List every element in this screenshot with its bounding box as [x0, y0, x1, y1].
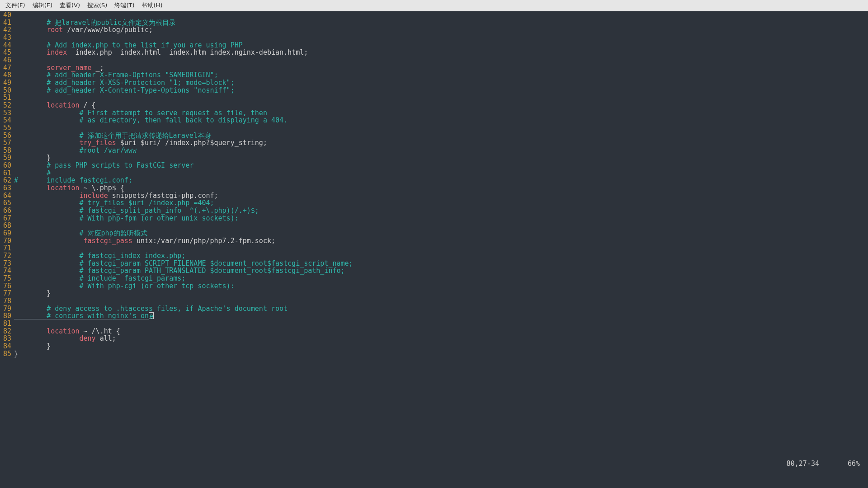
menu-item-4[interactable]: 终端(T)	[111, 0, 138, 11]
line-number: 85	[0, 350, 13, 358]
code-line[interactable]	[14, 94, 868, 102]
line-number: 76	[0, 282, 13, 290]
code-line[interactable]: # include fastcgi.conf;	[14, 177, 868, 184]
code-line[interactable]: # as directory, then fall back to displa…	[14, 117, 868, 124]
code-line[interactable]: deny all;	[14, 335, 868, 343]
line-number: 72	[0, 252, 13, 260]
line-number: 63	[0, 184, 13, 192]
comment-text: # deny access to .htaccess files, if Apa…	[47, 305, 288, 313]
editor-viewport[interactable]: 4041424344454647484950515253545556575859…	[0, 11, 868, 488]
code-line[interactable]	[14, 56, 868, 64]
line-number: 55	[0, 124, 13, 132]
code-line[interactable]: # deny access to .htaccess files, if Apa…	[14, 305, 868, 313]
keyword-text: location	[47, 184, 79, 192]
line-number: 62	[0, 177, 13, 184]
code-line[interactable]: # 添加这个用于把请求传递给Laravel本身	[14, 132, 868, 140]
code-text	[14, 199, 80, 207]
cursor-position: 80,27-34	[787, 460, 819, 468]
code-line[interactable]: location / {	[14, 102, 868, 109]
code-line[interactable]: # 把laravel的public文件定义为根目录	[14, 19, 868, 27]
code-line[interactable]	[14, 11, 868, 19]
code-line[interactable]: # concurs with nginx's one	[14, 312, 868, 320]
line-number: 73	[0, 260, 13, 267]
code-line[interactable]: root /var/www/blog/public;	[14, 26, 868, 34]
code-text	[14, 79, 47, 87]
code-line[interactable]: server_name _;	[14, 64, 868, 72]
menu-item-2[interactable]: 查看(V)	[56, 0, 84, 11]
code-line[interactable]	[14, 320, 868, 328]
code-text	[14, 101, 47, 109]
code-line[interactable]: }	[14, 290, 868, 297]
code-text	[14, 131, 80, 140]
comment-text: # fastcgi_split_path_info ^(.+\.php)(/.+…	[80, 206, 259, 215]
line-number: 40	[0, 11, 13, 19]
code-line[interactable]: }	[14, 343, 868, 350]
code-line[interactable]: }	[14, 350, 868, 358]
code-text	[14, 71, 47, 79]
code-line[interactable]	[14, 34, 868, 42]
code-line[interactable]: # fastcgi_param SCRIPT_FILENAME $documen…	[14, 260, 868, 267]
menu-item-0[interactable]: 文件(F)	[2, 0, 29, 11]
code-line[interactable]: # add_header X-Content-Type-Options "nos…	[14, 87, 868, 94]
code-text	[14, 229, 80, 237]
code-line[interactable]: # 对应php的监听模式	[14, 230, 868, 237]
code-line[interactable]: include snippets/fastcgi-php.conf;	[14, 192, 868, 200]
code-text: ~ /\.ht {	[80, 327, 120, 335]
code-line[interactable]	[14, 222, 868, 230]
menu-item-1[interactable]: 编辑(E)	[29, 0, 56, 11]
code-text	[14, 139, 80, 147]
comment-text: # add_header X-Content-Type-Options "nos…	[47, 86, 234, 94]
code-line[interactable]: }	[14, 154, 868, 162]
code-line[interactable]: # try_files $uri /index.php =404;	[14, 199, 868, 207]
code-text	[14, 161, 47, 169]
line-number: 53	[0, 109, 13, 117]
line-number: 80	[0, 312, 13, 320]
code-line[interactable]: # add_header X-XSS-Protection "1; mode=b…	[14, 79, 868, 87]
code-line[interactable]: # fastcgi_index index.php;	[14, 252, 868, 260]
code-line[interactable]	[14, 297, 868, 305]
code-line[interactable]: #	[14, 169, 868, 177]
code-line[interactable]: location ~ \.php$ {	[14, 184, 868, 192]
keyword-text: root	[47, 26, 63, 34]
code-text	[14, 169, 47, 177]
code-line[interactable]: # With php-cgi (or other tcp sockets):	[14, 282, 868, 290]
code-line[interactable]: # add_header X-Frame-Options "SAMEORIGIN…	[14, 71, 868, 79]
line-number: 45	[0, 49, 13, 56]
code-line[interactable]: # pass PHP scripts to FastCGI server	[14, 162, 868, 169]
comment-text: # add_header X-XSS-Protection "1; mode=b…	[47, 79, 234, 87]
code-text	[14, 64, 47, 72]
code-line[interactable]: fastcgi_pass unix:/var/run/php/php7.2-fp…	[14, 237, 868, 245]
code-text	[14, 48, 47, 56]
code-line[interactable]: # fastcgi_split_path_info ^(.+\.php)(/.+…	[14, 207, 868, 215]
code-line[interactable]	[14, 124, 868, 132]
code-line[interactable]: # include fastcgi_params;	[14, 275, 868, 282]
comment-text: # add_header X-Frame-Options "SAMEORIGIN…	[47, 71, 218, 79]
code-text: }	[14, 350, 18, 358]
code-text	[14, 282, 80, 290]
line-number: 42	[0, 26, 13, 34]
code-area[interactable]: # 把laravel的public文件定义为根目录 root /var/www/…	[14, 11, 868, 357]
line-number: 83	[0, 335, 13, 343]
keyword-text: deny	[80, 334, 96, 343]
code-line[interactable]: # fastcgi_param PATH_TRANSLATED $documen…	[14, 267, 868, 275]
code-text	[14, 116, 80, 124]
code-line[interactable]	[14, 244, 868, 252]
code-line[interactable]: location ~ /\.ht {	[14, 328, 868, 335]
menu-item-5[interactable]: 帮助(H)	[138, 0, 166, 11]
keyword-text: location	[47, 101, 79, 109]
code-line[interactable]: try_files $uri $uri/ /index.php?$query_s…	[14, 139, 868, 147]
code-line[interactable]: # Add index.php to the list if you are u…	[14, 42, 868, 49]
code-line[interactable]: # With php-fpm (or other unix sockets):	[14, 215, 868, 222]
comment-text: # With php-cgi (or other tcp sockets):	[80, 282, 235, 290]
comment-text: # fastcgi_index index.php;	[80, 252, 186, 260]
comment-text: # With php-fpm (or other unix sockets):	[80, 214, 239, 222]
line-number: 48	[0, 71, 13, 79]
code-line[interactable]: index index.php index.html index.htm ind…	[14, 49, 868, 56]
keyword-text: server_name	[47, 64, 91, 72]
code-line[interactable]: #root /var/www	[14, 147, 868, 155]
menu-item-3[interactable]: 搜索(S)	[84, 0, 111, 11]
comment-text: # First attempt to serve request as file…	[80, 109, 267, 117]
line-number: 44	[0, 42, 13, 49]
comment-text: # 把laravel的public文件定义为根目录	[47, 19, 175, 27]
code-line[interactable]: # First attempt to serve request as file…	[14, 109, 868, 117]
